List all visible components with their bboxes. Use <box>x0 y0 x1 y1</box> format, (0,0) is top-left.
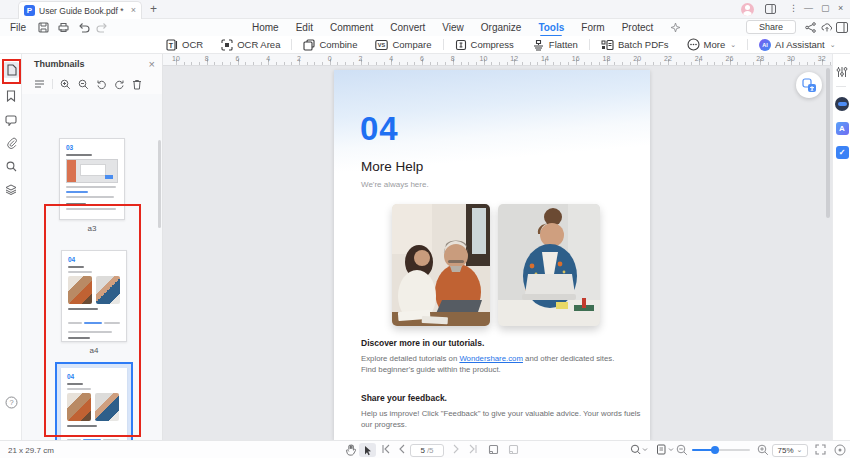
status-bar: 21 x 29.7 cm 5/5 <box>0 440 850 458</box>
tab-title: User Guide Book.pdf * <box>39 6 127 16</box>
batch-pdfs-button[interactable]: Batch PDFs <box>592 39 678 51</box>
h-ruler-number: 20 <box>633 55 641 62</box>
title-bar: P User Guide Book.pdf * × + ⋮ — ▢ × <box>0 0 850 19</box>
previous-page-icon[interactable] <box>398 444 406 454</box>
sidebar-layers-button[interactable] <box>3 181 19 197</box>
new-tab-button[interactable]: + <box>150 3 157 15</box>
document-tab[interactable]: P User Guide Book.pdf * × <box>18 1 142 19</box>
thumb-page-number: 04 <box>68 256 120 263</box>
window-minimize-button[interactable]: — <box>804 4 813 13</box>
window-close-button[interactable]: × <box>838 4 843 13</box>
thumb-photos <box>68 276 120 304</box>
floating-translate-button[interactable] <box>796 72 822 98</box>
file-menu[interactable]: File <box>10 22 26 33</box>
thumbnails-header: Thumbnails × <box>22 54 162 74</box>
chevron-down-icon: ⌄ <box>797 446 803 454</box>
continuous-view-icon[interactable] <box>508 444 519 455</box>
save-icon[interactable] <box>38 22 49 33</box>
window-maximize-button[interactable]: ▢ <box>821 4 830 13</box>
horizontal-ruler: 10864202468101214161820222426283032 <box>163 54 850 66</box>
single-page-view-icon[interactable] <box>488 444 499 455</box>
redo-icon[interactable] <box>96 22 108 33</box>
h-ruler-number: 6 <box>420 55 424 62</box>
zoom-level-select[interactable]: 75%⌄ <box>772 444 808 457</box>
todo-check-icon[interactable]: ✓ <box>834 144 850 160</box>
wondershare-link[interactable]: Wondershare.com <box>459 354 523 363</box>
menu-organize[interactable]: Organize <box>481 22 522 33</box>
zoom-slider[interactable] <box>692 449 750 451</box>
zoom-out-icon[interactable] <box>676 444 688 456</box>
fullscreen-icon[interactable] <box>815 444 826 455</box>
titlebar-more-icon[interactable]: ⋮ <box>789 4 798 13</box>
properties-sliders-icon[interactable] <box>834 64 850 80</box>
share-nodes-icon[interactable] <box>805 22 816 33</box>
first-page-icon[interactable] <box>381 444 391 454</box>
circle-dot-icon[interactable] <box>834 444 846 456</box>
more-tools-button[interactable]: More⌄ <box>678 38 746 51</box>
combine-button[interactable]: Combine <box>294 39 366 51</box>
sidebar-search-button[interactable] <box>3 158 19 174</box>
thumbnails-scrollbar[interactable] <box>158 140 161 228</box>
share-button[interactable]: Share <box>746 20 796 34</box>
thumbnail-page-a5[interactable]: 04 <box>61 368 127 440</box>
sidebar-thumbnails-button[interactable] <box>3 62 19 78</box>
cloud-upload-icon[interactable] <box>821 22 833 33</box>
thumbnail-page-a3[interactable]: 03 <box>59 138 125 220</box>
thumb-photos <box>67 393 121 421</box>
tab-close-icon[interactable]: × <box>131 6 136 15</box>
compare-button[interactable]: VS Compare <box>366 39 440 51</box>
menu-protect[interactable]: Protect <box>622 22 654 33</box>
rotate-right-icon[interactable] <box>114 79 125 90</box>
help-button[interactable]: ? <box>3 394 19 410</box>
zoom-area-select-icon[interactable] <box>630 444 648 455</box>
h-ruler-number: 26 <box>726 55 734 62</box>
sidebar-comments-button[interactable] <box>3 112 19 128</box>
ai-robot-icon[interactable] <box>834 96 850 112</box>
pdf-page[interactable]: 04 More Help We're always here. <box>334 70 650 440</box>
print-icon[interactable] <box>58 22 69 33</box>
sidebar-bookmarks-button[interactable] <box>3 88 19 104</box>
thumbnail-zoom-out-icon[interactable] <box>78 79 89 90</box>
thumbnail-label: a3 <box>59 224 125 233</box>
next-page-icon[interactable] <box>452 444 460 454</box>
zoom-in-icon[interactable] <box>757 444 769 456</box>
zoom-slider-thumb[interactable] <box>711 446 719 454</box>
thumbnails-close-icon[interactable]: × <box>149 59 155 70</box>
menu-edit[interactable]: Edit <box>296 22 313 33</box>
sparkle-icon[interactable] <box>670 22 681 33</box>
flatten-button[interactable]: Flatten <box>523 39 587 51</box>
user-avatar[interactable] <box>741 3 754 16</box>
menu-comment[interactable]: Comment <box>330 22 373 33</box>
compress-button[interactable]: Compress <box>446 39 523 51</box>
page-dimensions-label: 21 x 29.7 cm <box>8 446 54 455</box>
pdfelement-window: P User Guide Book.pdf * × + ⋮ — ▢ × File… <box>0 0 850 458</box>
select-tool-icon[interactable] <box>359 443 376 457</box>
delete-page-icon[interactable] <box>132 79 142 90</box>
document-scrollbar[interactable] <box>826 68 830 218</box>
page-number-input[interactable]: 5/5 <box>410 444 444 457</box>
hand-tool-icon[interactable] <box>345 444 357 456</box>
thumb-page-number: 03 <box>66 144 118 151</box>
ai-assistant-button[interactable]: AI AI Assistant⌄ <box>750 39 845 51</box>
main-menu: Home Edit Comment Convert View Organize … <box>252 19 681 36</box>
menu-view[interactable]: View <box>442 22 464 33</box>
menu-form[interactable]: Form <box>581 22 604 33</box>
h-ruler-number: 22 <box>664 55 672 62</box>
undo-icon[interactable] <box>78 22 90 33</box>
rotate-left-icon[interactable] <box>96 79 107 90</box>
window-panel-icon[interactable] <box>765 4 776 14</box>
thumbnail-menu-icon[interactable] <box>34 79 45 89</box>
ocr-button[interactable]: T OCR <box>157 39 212 51</box>
thumbnail-page-a4[interactable]: 04 <box>61 250 127 342</box>
sidebar-attachments-button[interactable] <box>3 135 19 151</box>
thumbnail-zoom-in-icon[interactable] <box>60 79 71 90</box>
menu-tools-active[interactable]: Tools <box>538 22 564 33</box>
menu-convert[interactable]: Convert <box>390 22 425 33</box>
last-page-icon[interactable] <box>468 444 478 454</box>
menu-home[interactable]: Home <box>252 22 279 33</box>
ocr-area-button[interactable]: OCR Area <box>212 39 289 51</box>
fit-page-icon[interactable] <box>656 444 674 455</box>
thumbnail-page-a5-selected[interactable]: 04 <box>55 362 133 440</box>
translate-icon[interactable]: A <box>834 120 850 136</box>
toggle-panel-icon[interactable] <box>836 22 848 33</box>
